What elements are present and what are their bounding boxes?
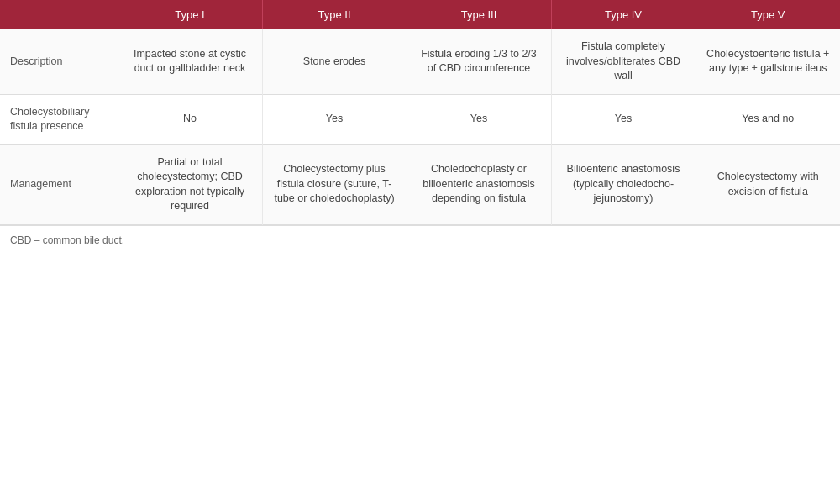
cell-management-type2: Cholecystectomy plus fistula closure (su… [262, 144, 407, 224]
table-row: Cholecystobiliary fistula presence No Ye… [0, 94, 840, 144]
page-wrapper: Type I Type II Type III Type IV Type V D… [0, 0, 840, 504]
header-col5: Type V [696, 0, 840, 29]
cell-management-type1: Partial or total cholecystectomy; CBD ex… [118, 144, 262, 224]
cell-description-type4: Fistula completely involves/obliterates … [551, 29, 696, 94]
row-label-description: Description [0, 29, 118, 94]
table-row: Management Partial or total cholecystect… [0, 144, 840, 224]
main-table: Type I Type II Type III Type IV Type V D… [0, 0, 840, 225]
cell-fistula-type4: Yes [551, 94, 696, 144]
footnote: CBD – common bile duct. [0, 225, 840, 255]
row-label-management: Management [0, 144, 118, 224]
cell-fistula-type1: No [118, 94, 262, 144]
cell-fistula-type3: Yes [407, 94, 551, 144]
header-col0 [0, 0, 118, 29]
cell-description-type3: Fistula eroding 1/3 to 2/3 of CBD circum… [407, 29, 551, 94]
row-label-fistula: Cholecystobiliary fistula presence [0, 94, 118, 144]
cell-fistula-type5: Yes and no [696, 94, 840, 144]
header-col2: Type II [262, 0, 407, 29]
table-row: Description Impacted stone at cystic duc… [0, 29, 840, 94]
header-col4: Type IV [551, 0, 696, 29]
cell-description-type5: Cholecystoenteric fistula + any type ± g… [696, 29, 840, 94]
cell-description-type1: Impacted stone at cystic duct or gallbla… [118, 29, 262, 94]
header-col1: Type I [118, 0, 262, 29]
cell-description-type2: Stone erodes [262, 29, 407, 94]
cell-management-type5: Cholecystectomy with excision of fistula [696, 144, 840, 224]
cell-management-type3: Choledochoplasty or bilioenteric anastom… [407, 144, 551, 224]
header-col3: Type III [407, 0, 551, 29]
cell-fistula-type2: Yes [262, 94, 407, 144]
cell-management-type4: Bilioenteric anastomosis (typically chol… [551, 144, 696, 224]
